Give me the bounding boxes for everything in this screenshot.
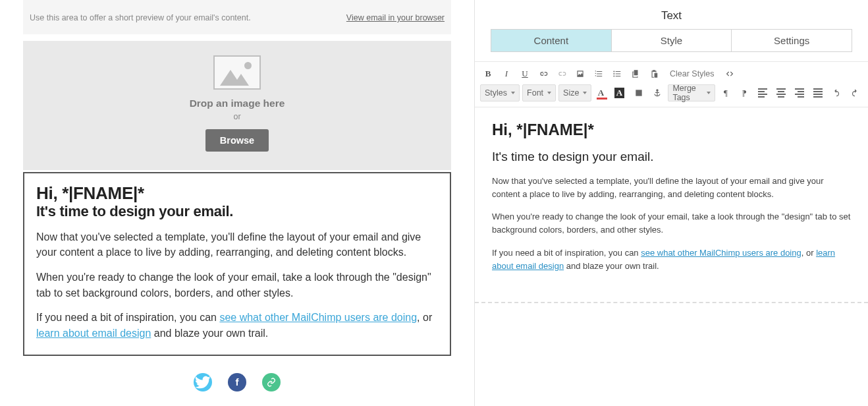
editor-paragraph-3[interactable]: If you need a bit of inspiration, you ca… <box>492 246 851 273</box>
social-row: f <box>23 373 451 392</box>
text-content-block[interactable]: Hi, *|FNAME|* It's time to design your e… <box>23 172 451 356</box>
copy-button[interactable] <box>628 66 643 82</box>
preview-paragraph-1: Now that you've selected a template, you… <box>36 229 438 260</box>
editor-link-users[interactable]: see what other MailChimp users are doing <box>641 248 801 258</box>
align-left-button[interactable] <box>755 85 771 101</box>
text-color-button[interactable]: A <box>594 85 610 101</box>
code-view-button[interactable] <box>722 66 738 82</box>
or-label: or <box>23 112 451 121</box>
browse-button[interactable]: Browse <box>205 129 269 152</box>
size-dropdown[interactable]: Size <box>558 84 591 102</box>
link-icon[interactable] <box>262 373 281 392</box>
editor-heading[interactable]: Hi, *|FNAME|* <box>492 121 851 139</box>
undo-button[interactable] <box>828 85 844 101</box>
align-block-button[interactable] <box>631 85 647 101</box>
view-in-browser-link[interactable]: View email in your browser <box>346 13 445 22</box>
editor-paragraph-2[interactable]: When you're ready to change the look of … <box>492 210 851 237</box>
redo-button[interactable] <box>847 85 863 101</box>
link-email-design[interactable]: learn about email design <box>36 328 151 339</box>
image-button[interactable] <box>572 66 588 82</box>
editor-body[interactable]: Hi, *|FNAME|* It's time to design your e… <box>475 107 868 303</box>
align-right-button[interactable] <box>792 85 807 101</box>
tab-content[interactable]: Content <box>491 30 611 51</box>
unordered-list-button[interactable] <box>609 66 625 82</box>
drop-label: Drop an image here <box>23 98 451 109</box>
anchor-button[interactable] <box>649 85 665 101</box>
bold-button[interactable]: B <box>480 66 496 82</box>
svg-point-0 <box>613 71 614 72</box>
link-button[interactable] <box>535 66 551 82</box>
preview-paragraph-3: If you need a bit of inspiration, you ca… <box>36 310 438 341</box>
styles-dropdown[interactable]: Styles <box>480 84 520 102</box>
tab-settings[interactable]: Settings <box>731 30 852 51</box>
ordered-list-button[interactable] <box>591 66 607 82</box>
facebook-icon[interactable]: f <box>228 373 246 392</box>
svg-point-2 <box>613 76 614 77</box>
pilcrow-ltr-button[interactable]: ¶ <box>718 85 734 101</box>
email-preview-pane: Use this area to offer a short preview o… <box>0 0 474 406</box>
rich-text-toolbar: B I U Clear Styles Styles Font Size A A … <box>475 61 868 107</box>
unlink-button[interactable] <box>554 66 570 82</box>
link-users-doing[interactable]: see what other MailChimp users are doing <box>219 312 417 323</box>
preview-subheading: It's time to design your email. <box>36 203 438 220</box>
italic-button[interactable]: I <box>499 66 514 82</box>
tab-style[interactable]: Style <box>611 30 732 51</box>
svg-point-1 <box>613 73 614 74</box>
preheader-row: Use this area to offer a short preview o… <box>23 0 451 34</box>
panel-subtabs: Content Style Settings <box>491 29 852 52</box>
twitter-icon[interactable] <box>194 373 212 392</box>
editor-subheading[interactable]: It's time to design your email. <box>492 150 851 164</box>
underline-button[interactable]: U <box>517 66 533 82</box>
align-justify-button[interactable] <box>810 85 826 101</box>
preview-heading: Hi, *|FNAME|* <box>36 184 438 203</box>
image-dropzone[interactable]: Drop an image here or Browse <box>23 41 451 170</box>
preview-paragraph-2: When you're ready to change the look of … <box>36 270 438 301</box>
clear-styles-button[interactable]: Clear Styles <box>665 66 719 82</box>
svg-rect-3 <box>636 90 642 96</box>
align-center-button[interactable] <box>773 85 789 101</box>
image-placeholder-icon <box>213 55 261 90</box>
panel-title: Text <box>475 0 868 29</box>
font-dropdown[interactable]: Font <box>522 84 556 102</box>
preheader-text: Use this area to offer a short preview o… <box>30 13 251 22</box>
pilcrow-rtl-button[interactable]: ¶ <box>736 85 752 101</box>
merge-tags-dropdown[interactable]: Merge Tags <box>668 84 715 102</box>
bg-color-button[interactable]: A <box>612 85 628 101</box>
editor-panel: Text Content Style Settings B I U Clear … <box>474 0 868 406</box>
paste-button[interactable] <box>646 66 662 82</box>
editor-paragraph-1[interactable]: Now that you've selected a template, you… <box>492 175 851 201</box>
